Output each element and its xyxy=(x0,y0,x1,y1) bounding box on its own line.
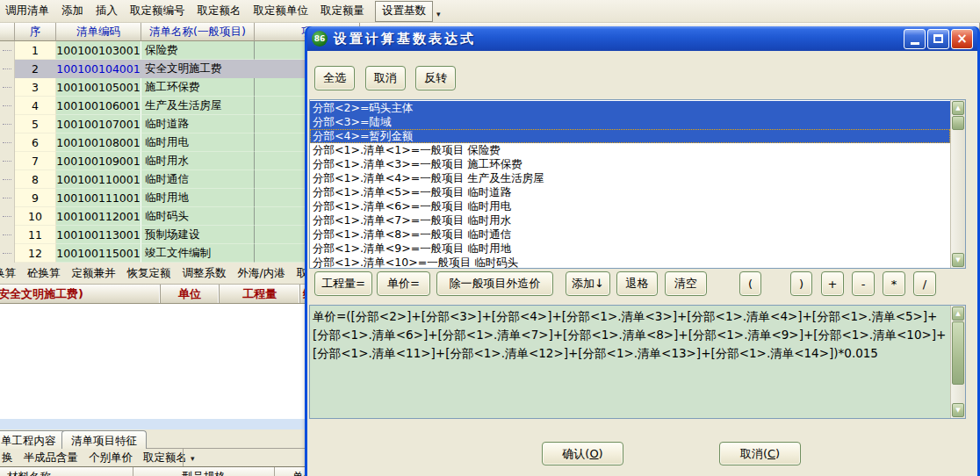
name-cell: 临时用电 xyxy=(141,133,255,152)
menu-item[interactable]: 半成品含量 xyxy=(24,451,79,465)
scroll-up-button[interactable]: ▲ xyxy=(952,307,964,321)
scroll-down-button[interactable]: ▼ xyxy=(952,253,964,267)
app-icon: 86 xyxy=(312,31,328,47)
bottom-toolbar-items: 换半成品含量个别单价取定额名 xyxy=(2,451,187,465)
quantity-eq-button[interactable]: 工程量= xyxy=(314,271,372,296)
menu-item[interactable]: 个别单价 xyxy=(89,451,133,465)
base-list-item[interactable]: 分部<1>.清单<5>=一般项目 临时道路 xyxy=(310,185,950,199)
base-list-item[interactable]: 分部<1>.清单<4>=一般项目 生产及生活房屋 xyxy=(310,171,950,185)
list-scrollbar[interactable]: ▲ ▼ xyxy=(950,100,965,268)
minus-button[interactable]: - xyxy=(852,271,875,296)
tree-connector-icon xyxy=(3,69,11,69)
seq-cell: 5 xyxy=(15,115,56,133)
code-cell: 100100111001 xyxy=(56,189,141,207)
menu-item[interactable]: 调用清单 xyxy=(5,4,49,18)
expression-scrollbar[interactable]: ▲ ▼ xyxy=(950,306,965,418)
unit-price-eq-button[interactable]: 单价= xyxy=(377,271,430,296)
base-list-item[interactable]: 分部<1>.清单<1>=一般项目 保险费 xyxy=(310,143,950,157)
base-list-item[interactable]: 分部<1>.清单<8>=一般项目 临时通信 xyxy=(310,227,950,242)
confirm-button[interactable]: 确认(O) xyxy=(542,442,623,465)
expression-text[interactable]: 单价=([分部<2>]+[分部<3>]+[分部<4>]+[分部<1>.清单<3>… xyxy=(310,306,950,418)
menu-item[interactable]: 调整系数 xyxy=(183,266,227,281)
base-list-item[interactable]: 分部<1>.清单<9>=一般项目 临时用地 xyxy=(310,242,950,256)
base-item-list: 分部<2>=码头主体分部<3>=陆域分部<4>=暂列金额分部<1>.清单<1>=… xyxy=(310,101,950,268)
deselect-button[interactable]: 取消 xyxy=(365,66,406,90)
multiply-button[interactable]: * xyxy=(883,271,905,296)
base-list-item[interactable]: 分部<2>=码头主体 xyxy=(310,101,950,115)
scroll-up-button[interactable]: ▲ xyxy=(952,101,964,115)
base-list-item[interactable]: 分部<3>=陆域 xyxy=(310,115,950,129)
code-cell: 100100108001 xyxy=(56,133,141,152)
seq-cell: 3 xyxy=(15,78,56,97)
maximize-button[interactable] xyxy=(927,29,949,49)
select-all-button[interactable]: 全选 xyxy=(314,66,355,90)
set-base-button[interactable]: 设置基数 xyxy=(375,1,433,22)
base-item-listbox[interactable]: 分部<2>=码头主体分部<3>=陆域分部<4>=暂列金额分部<1>.清单<1>=… xyxy=(309,99,966,269)
menu-item[interactable]: 取定额名 xyxy=(143,451,187,465)
clear-button[interactable]: 清空 xyxy=(665,271,707,296)
invert-selection-button[interactable]: 反转 xyxy=(415,66,456,90)
menu-item[interactable]: 换 xyxy=(2,451,13,465)
menu-item[interactable]: 取定额单位 xyxy=(254,4,309,18)
row-indicator-cell xyxy=(0,78,15,97)
base-list-item[interactable]: 分部<1>.清单<6>=一般项目 临时用电 xyxy=(310,199,950,213)
base-list-item[interactable]: 分部<1>.清单<3>=一般项目 施工环保费 xyxy=(310,157,950,171)
scroll-up-icon: ▲ xyxy=(955,310,960,317)
header-indicator-cell xyxy=(0,23,15,41)
close-button[interactable]: × xyxy=(951,29,973,49)
plus-button[interactable]: + xyxy=(821,271,844,296)
dialog-titlebar[interactable]: 86 设置计算基数表达式 × xyxy=(307,26,977,51)
menu-item[interactable]: 插入 xyxy=(96,4,118,18)
menu-item[interactable]: 添加 xyxy=(61,4,83,18)
seq-cell: 9 xyxy=(15,189,56,207)
code-cell: 100100109001 xyxy=(56,152,141,170)
base-list-item[interactable]: 分部<1>.清单<7>=一般项目 临时用水 xyxy=(310,213,950,227)
menu-item[interactable]: 恢复定额 xyxy=(127,266,171,281)
row-indicator-cell xyxy=(0,189,15,207)
menu-item[interactable]: 换算 xyxy=(0,266,16,281)
secondary-toolbar: 换算砼换算定额兼并恢复定额调整系数外海/内港取清单名 xyxy=(0,263,316,284)
dropdown-arrow-icon[interactable]: ▾ xyxy=(191,454,195,466)
menu-item[interactable]: 取定额量 xyxy=(321,4,364,18)
base-list-item[interactable]: 分部<1>.清单<10>=一般项目 临时码头 xyxy=(310,256,950,268)
cancel-button[interactable]: 取消(C) xyxy=(719,442,801,465)
seq-cell: 2 xyxy=(15,60,56,78)
scroll-down-icon: ▼ xyxy=(955,407,960,414)
expression-editor[interactable]: 单价=([分部<2>]+[分部<3>]+[分部<4>]+[分部<1>.清单<3>… xyxy=(309,305,966,419)
tab-work-content[interactable]: 单工程内容 xyxy=(0,430,66,449)
scrollbar-thumb[interactable] xyxy=(952,116,964,130)
menu-item[interactable]: 取定额名 xyxy=(198,4,241,18)
scrollbar-thumb[interactable] xyxy=(952,321,964,385)
material-header-cell: 型号规格 xyxy=(133,467,275,476)
menu-item[interactable]: 外海/内港 xyxy=(238,266,285,281)
minimize-button[interactable] xyxy=(904,29,926,49)
tree-connector-icon xyxy=(3,161,11,162)
tab-item-features[interactable]: 清单项目特征 xyxy=(61,430,147,449)
backspace-button[interactable]: 退格 xyxy=(616,271,658,296)
tree-connector-icon xyxy=(3,253,11,254)
row-indicator-cell xyxy=(0,41,15,60)
name-cell: 临时用地 xyxy=(141,189,255,207)
toolbar-separator xyxy=(183,449,184,466)
scroll-down-button[interactable]: ▼ xyxy=(952,403,964,417)
menu-item[interactable]: 定额兼并 xyxy=(72,266,116,281)
append-button[interactable]: 添加↓ xyxy=(566,271,610,296)
divide-button[interactable]: / xyxy=(913,271,936,296)
menu-item[interactable]: 取定额编号 xyxy=(130,4,185,18)
row-indicator-cell xyxy=(0,226,15,244)
dropdown-arrow-icon[interactable]: ▾ xyxy=(436,10,441,22)
cancel-label: 取消( xyxy=(740,446,767,462)
close-paren-button[interactable]: ) xyxy=(790,271,812,296)
horizontal-scroll-strip[interactable] xyxy=(0,419,305,429)
seq-cell: 11 xyxy=(15,226,56,244)
main-toolbar: 调用清单添加插入取定额编号取定额名取定额单位取定额量 设置基数 ▾ xyxy=(0,0,980,23)
tree-connector-icon xyxy=(3,198,11,198)
confirm-label-suffix: ) xyxy=(599,447,603,460)
detail-header-name: 安全文明施工费) xyxy=(0,285,160,303)
name-cell: 预制场建设 xyxy=(141,226,255,244)
bottom-toolbar: 换半成品含量个别单价取定额名 ▾ xyxy=(0,449,305,466)
open-paren-button[interactable]: ( xyxy=(739,271,761,296)
base-list-item[interactable]: 分部<4>=暂列金额 xyxy=(310,129,950,143)
menu-item[interactable]: 砼换算 xyxy=(27,266,61,281)
except-general-items-button[interactable]: 除一般项目外造价 xyxy=(436,271,553,296)
